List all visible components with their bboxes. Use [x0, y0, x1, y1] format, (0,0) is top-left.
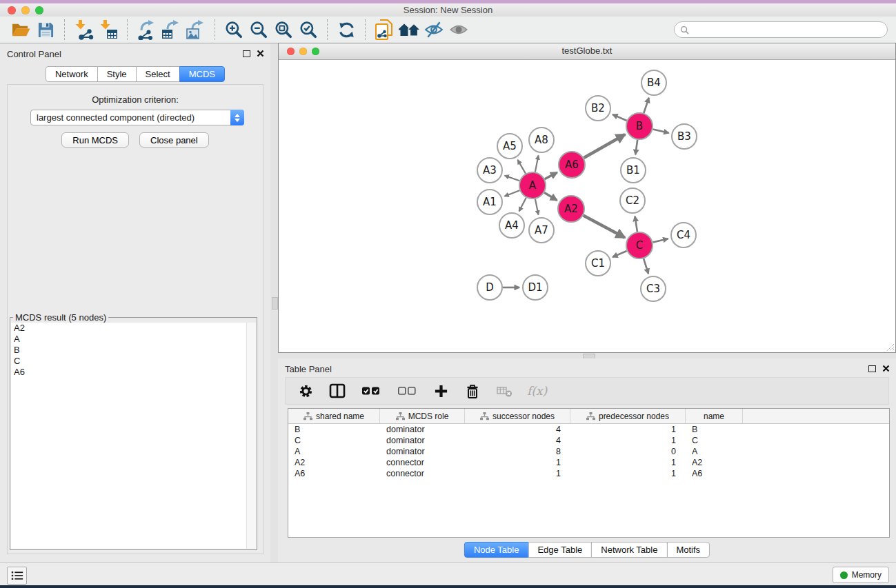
- close-panel-icon[interactable]: [882, 365, 890, 372]
- edge-A-A2[interactable]: [544, 192, 557, 200]
- table-cell[interactable]: A2: [288, 458, 380, 467]
- edge-C-C4[interactable]: [653, 239, 668, 242]
- table-cell[interactable]: connector: [380, 469, 465, 478]
- edge-A-A5[interactable]: [518, 160, 526, 174]
- table-cell[interactable]: C: [686, 436, 743, 445]
- column-header-successor-nodes[interactable]: successor nodes: [465, 409, 570, 423]
- edge-A2-C[interactable]: [584, 215, 625, 237]
- resize-grip-icon[interactable]: [886, 343, 895, 352]
- close-window-button[interactable]: [8, 6, 16, 14]
- result-list-item[interactable]: A6: [11, 367, 256, 378]
- result-list-item[interactable]: B: [11, 345, 256, 356]
- add-column-button[interactable]: [432, 382, 450, 400]
- zoom-selected-button[interactable]: [296, 19, 321, 41]
- result-list-item[interactable]: C: [11, 356, 256, 367]
- toolbar-search[interactable]: [674, 21, 888, 38]
- edge-C-C1[interactable]: [613, 251, 627, 257]
- import-network-button[interactable]: [71, 19, 96, 41]
- export-image-button[interactable]: [183, 19, 208, 41]
- table-cell[interactable]: B: [686, 425, 743, 434]
- result-list-item[interactable]: A2: [11, 323, 256, 334]
- hide-details-button[interactable]: [421, 19, 446, 41]
- network-zoom-button[interactable]: [312, 48, 319, 55]
- table-cell[interactable]: A2: [686, 458, 743, 467]
- table-cell[interactable]: dominator: [380, 425, 465, 434]
- result-list-item[interactable]: A: [11, 334, 256, 345]
- edge-B-B2[interactable]: [613, 114, 627, 121]
- table-cell[interactable]: C: [288, 436, 380, 445]
- edge-B-B4[interactable]: [644, 98, 648, 113]
- table-cell[interactable]: 4: [465, 425, 570, 434]
- edge-B-B3[interactable]: [653, 129, 668, 132]
- table-cell[interactable]: A: [288, 447, 380, 456]
- table-row[interactable]: Bdominator41B: [288, 424, 889, 435]
- show-details-button[interactable]: [446, 19, 471, 41]
- home-button[interactable]: [397, 19, 421, 41]
- tab-motifs[interactable]: Motifs: [666, 542, 710, 558]
- unselect-all-columns-button[interactable]: [396, 382, 418, 400]
- table-cell[interactable]: connector: [380, 458, 465, 467]
- search-input[interactable]: [693, 24, 882, 35]
- table-cell[interactable]: 1: [570, 469, 686, 478]
- edge-A-A1[interactable]: [504, 190, 519, 196]
- table-cell[interactable]: 0: [570, 447, 686, 456]
- tab-network-table[interactable]: Network Table: [591, 542, 667, 558]
- tab-network[interactable]: Network: [46, 66, 98, 82]
- edge-A-A3[interactable]: [505, 176, 519, 181]
- table-cell[interactable]: A: [686, 447, 743, 456]
- table-cell[interactable]: 1: [465, 469, 570, 478]
- optimization-dropdown[interactable]: largest connected component (directed): [30, 110, 244, 125]
- zoom-fit-button[interactable]: [271, 19, 296, 41]
- edge-A-A4[interactable]: [519, 198, 526, 212]
- table-cell[interactable]: 4: [465, 436, 570, 445]
- delete-table-button[interactable]: [495, 382, 513, 400]
- edge-C-C2[interactable]: [635, 216, 637, 232]
- table-cell[interactable]: dominator: [380, 447, 465, 456]
- tab-style[interactable]: Style: [97, 66, 137, 82]
- edge-C-C3[interactable]: [644, 258, 648, 274]
- zoom-out-button[interactable]: [246, 19, 271, 41]
- edge-A-A7[interactable]: [535, 199, 539, 215]
- tab-node-table[interactable]: Node Table: [464, 542, 529, 558]
- export-table-button[interactable]: [159, 19, 183, 41]
- column-header-predecessor-nodes[interactable]: predecessor nodes: [570, 409, 686, 423]
- copy-network-button[interactable]: [372, 19, 397, 41]
- zoom-window-button[interactable]: [35, 6, 43, 14]
- network-minimize-button[interactable]: [299, 48, 307, 55]
- column-header-shared-name[interactable]: shared name: [288, 409, 380, 423]
- vertical-splitter-grip[interactable]: [272, 297, 278, 310]
- select-all-columns-button[interactable]: [360, 382, 382, 400]
- open-session-button[interactable]: [8, 19, 33, 41]
- mcds-result-list[interactable]: A2ABCA6: [11, 323, 256, 549]
- tab-edge-table[interactable]: Edge Table: [528, 542, 592, 558]
- zoom-in-button[interactable]: [221, 19, 246, 41]
- save-session-button[interactable]: [33, 19, 58, 41]
- column-header-mcds-role[interactable]: MCDS role: [380, 409, 465, 423]
- export-network-button[interactable]: [134, 19, 159, 41]
- table-cell[interactable]: 1: [570, 458, 686, 467]
- delete-column-button[interactable]: [464, 382, 481, 400]
- table-cell[interactable]: dominator: [380, 436, 465, 445]
- table-settings-button[interactable]: [297, 382, 315, 400]
- table-cell[interactable]: 1: [570, 436, 686, 445]
- edge-A6-B[interactable]: [584, 134, 625, 158]
- network-canvas[interactable]: AA1A2A3A4A5A6A7A8BB1B2B3B4CC1C2C3C4DD1: [279, 60, 895, 352]
- network-window-titlebar[interactable]: testGlobe.txt: [279, 43, 895, 60]
- table-cell[interactable]: A6: [686, 469, 743, 478]
- table-row[interactable]: Cdominator41C: [288, 435, 889, 446]
- function-builder-button[interactable]: f(x): [527, 384, 547, 398]
- edge-A-A8[interactable]: [535, 156, 539, 172]
- table-cell[interactable]: 1: [570, 425, 686, 434]
- table-cell[interactable]: 8: [465, 447, 570, 456]
- table-row[interactable]: Adominator80A: [288, 446, 889, 457]
- edge-B-B1[interactable]: [635, 140, 637, 154]
- split-panel-button[interactable]: [328, 382, 346, 400]
- refresh-view-button[interactable]: [334, 19, 359, 41]
- close-panel-button[interactable]: Close panel: [139, 132, 209, 148]
- table-row[interactable]: A2connector11A2: [288, 457, 889, 468]
- import-table-button[interactable]: [96, 19, 121, 41]
- table-cell[interactable]: 1: [465, 458, 570, 467]
- column-header-name[interactable]: name: [686, 409, 743, 423]
- network-graph[interactable]: AA1A2A3A4A5A6A7A8BB1B2B3B4CC1C2C3C4DD1: [279, 60, 895, 353]
- table-cell[interactable]: A6: [288, 469, 380, 478]
